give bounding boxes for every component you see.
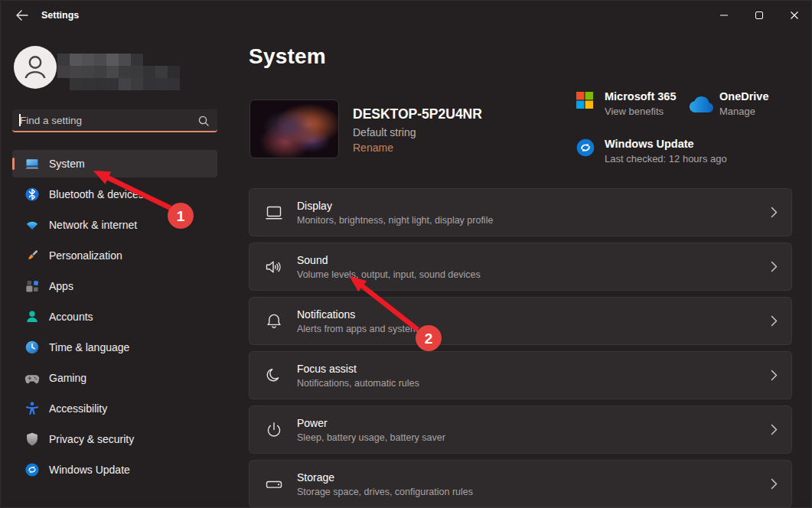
page-title: System [249,44,326,69]
card-title: Notifications [297,308,418,321]
sidebar-item-label: Time & language [49,341,129,353]
window-controls [706,0,812,31]
card-title: Power [297,417,445,429]
censored-username [57,54,192,90]
card-subtitle: Volume levels, output, input, sound devi… [297,269,481,280]
network-icon [24,217,40,233]
windows-update-icon [24,462,40,477]
sidebar-item-bluetooth-devices[interactable]: Bluetooth & devices [12,181,217,208]
sidebar-item-label: System [49,158,85,170]
sidebar-item-privacy-security[interactable]: Privacy & security [12,425,217,453]
card-subtitle: Alerts from apps and system [297,324,418,334]
device-subtitle: Default string [353,126,416,138]
quick-link-microsoft-365[interactable]: Microsoft 365 View benefits [605,90,676,117]
chevron-right-icon [771,315,778,327]
quick-link-onedrive[interactable]: OneDrive Manage [719,90,768,117]
card-subtitle: Monitors, brightness, night light, displ… [297,215,493,226]
avatar [14,46,57,89]
sound-icon [264,257,284,277]
card-focus-assist[interactable]: Focus assist Notifications, automatic ru… [249,351,792,399]
card-title: Display [297,200,493,212]
search-box [12,109,217,132]
display-icon [264,203,284,223]
quick-link-title: Windows Update [605,138,727,150]
quick-link-windows-update[interactable]: Windows Update Last checked: 12 hours ag… [605,138,727,164]
app-title: Settings [41,0,79,31]
settings-card-list: Display Monitors, brightness, night ligh… [249,188,792,508]
chevron-right-icon [771,478,778,490]
chevron-right-icon [771,370,778,381]
quick-link-subtitle: Last checked: 12 hours ago [605,153,727,164]
microsoft-logo [576,92,593,109]
system-icon [24,156,40,171]
sidebar-item-label: Privacy & security [49,433,134,445]
card-title: Storage [297,471,473,484]
sidebar-item-label: Personalization [49,249,122,262]
sidebar-item-accounts[interactable]: Accounts [12,303,217,331]
power-icon [264,420,284,440]
card-display[interactable]: Display Monitors, brightness, night ligh… [249,188,792,236]
quick-link-title: OneDrive [719,90,768,103]
sidebar-item-apps[interactable]: Apps [12,272,217,300]
storage-icon [264,474,284,494]
quick-link-subtitle: View benefits [605,106,676,117]
card-storage[interactable]: Storage Storage space, drives, configura… [249,460,792,508]
back-arrow-icon [15,9,29,21]
sidebar-item-label: Accounts [49,311,93,323]
search-icon [197,115,210,127]
windows-update-icon [576,138,595,157]
device-name: DESKTOP-5P2U4NR [353,106,482,122]
quick-link-title: Microsoft 365 [605,90,676,103]
chevron-right-icon [771,207,778,218]
card-power[interactable]: Power Sleep, battery usage, battery save… [249,405,792,454]
sidebar-item-label: Apps [49,280,73,292]
apps-icon [24,278,40,294]
titlebar: Settings [0,0,812,31]
sidebar-item-label: Accessibility [49,402,107,415]
sidebar-item-label: Bluetooth & devices [49,188,144,200]
close-button[interactable] [777,0,812,31]
chevron-right-icon [771,261,778,272]
minimize-button[interactable] [706,0,742,31]
card-subtitle: Storage space, drives, configuration rul… [297,487,473,497]
close-icon [790,11,799,20]
sidebar-item-label: Network & internet [49,219,137,231]
settings-window: Settings [0,0,812,508]
sidebar-item-personalization[interactable]: Personalization [12,242,217,269]
card-title: Sound [297,254,481,266]
gaming-icon [24,370,40,386]
sidebar-item-system[interactable]: System [12,150,217,177]
sidebar-item-network-internet[interactable]: Network & internet [12,211,217,239]
rename-link[interactable]: Rename [353,142,393,154]
personalization-icon [24,248,40,263]
accessibility-icon [24,401,40,416]
accounts-icon [24,309,40,324]
card-subtitle: Notifications, automatic rules [297,378,419,389]
sidebar-item-gaming[interactable]: Gaming [12,364,217,392]
search-input[interactable] [20,109,190,131]
card-subtitle: Sleep, battery usage, battery saver [297,432,445,443]
card-title: Focus assist [297,363,419,375]
sidebar-nav: System Bluetooth & devices Network & int… [12,150,217,487]
chevron-right-icon [771,424,778,435]
sidebar-item-windows-update[interactable]: Windows Update [12,456,217,484]
sidebar-item-label: Windows Update [49,464,130,476]
focus-assist-icon [264,366,284,386]
card-notifications[interactable]: Notifications Alerts from apps and syste… [249,297,792,345]
quick-link-subtitle: Manage [719,106,768,117]
sidebar-item-time-language[interactable]: Time & language [12,334,217,361]
bluetooth-icon [24,187,40,202]
maximize-button[interactable] [742,0,777,31]
onedrive-icon [687,96,715,114]
privacy-security-icon [24,431,40,447]
notifications-icon [264,311,284,331]
back-button[interactable] [8,5,37,26]
text-caret [19,114,21,126]
sidebar-item-label: Gaming [49,372,86,384]
time-language-icon [24,340,40,355]
minimize-icon [719,11,729,20]
card-sound[interactable]: Sound Volume levels, output, input, soun… [249,243,792,291]
device-wallpaper-thumbnail [249,99,339,158]
sidebar-item-accessibility[interactable]: Accessibility [12,395,217,422]
maximize-icon [755,11,764,20]
